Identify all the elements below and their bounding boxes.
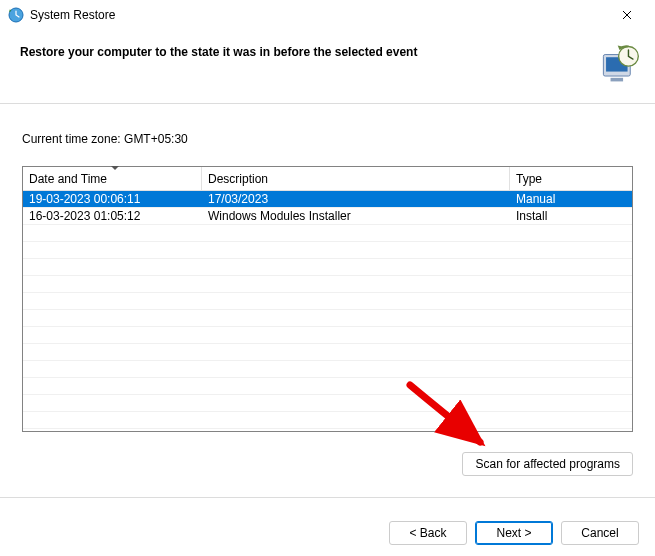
close-icon bbox=[622, 10, 632, 20]
table-row-empty bbox=[23, 276, 632, 293]
table-row[interactable]: 19-03-2023 00:06:1117/03/2023Manual bbox=[23, 191, 632, 208]
table-row-empty bbox=[23, 242, 632, 259]
cell-description: Windows Modules Installer bbox=[202, 208, 510, 224]
restore-points-table: Date and Time Description Type 19-03-202… bbox=[22, 166, 633, 432]
back-button[interactable]: < Back bbox=[389, 521, 467, 545]
cell-date: 16-03-2023 01:05:12 bbox=[23, 208, 202, 224]
heading-row: Restore your computer to the state it wa… bbox=[0, 30, 655, 103]
table-row[interactable]: 16-03-2023 01:05:12Windows Modules Insta… bbox=[23, 208, 632, 225]
scan-affected-programs-button[interactable]: Scan for affected programs bbox=[462, 452, 633, 476]
table-row-empty bbox=[23, 225, 632, 242]
table-row-empty bbox=[23, 412, 632, 429]
table-row-empty bbox=[23, 395, 632, 412]
table-body: 19-03-2023 00:06:1117/03/2023Manual16-03… bbox=[23, 191, 632, 429]
table-row-empty bbox=[23, 310, 632, 327]
cell-description: 17/03/2023 bbox=[202, 191, 510, 207]
cell-type: Install bbox=[510, 208, 632, 224]
restore-clock-icon bbox=[598, 42, 641, 85]
heading-text: Restore your computer to the state it wa… bbox=[20, 42, 588, 59]
table-row-empty bbox=[23, 378, 632, 395]
column-date[interactable]: Date and Time bbox=[23, 167, 202, 190]
table-row-empty bbox=[23, 344, 632, 361]
svg-rect-3 bbox=[611, 78, 624, 82]
close-button[interactable] bbox=[607, 1, 647, 29]
next-button[interactable]: Next > bbox=[475, 521, 553, 545]
table-row-empty bbox=[23, 361, 632, 378]
table-row-empty bbox=[23, 293, 632, 310]
column-date-label: Date and Time bbox=[29, 172, 107, 186]
cell-date: 19-03-2023 00:06:11 bbox=[23, 191, 202, 207]
scan-row: Scan for affected programs bbox=[0, 440, 655, 476]
timezone-label: Current time zone: GMT+05:30 bbox=[22, 132, 633, 146]
table-header: Date and Time Description Type bbox=[23, 167, 632, 191]
title-bar: System Restore bbox=[0, 0, 655, 30]
column-description-label: Description bbox=[208, 172, 268, 186]
window-title: System Restore bbox=[30, 8, 607, 22]
content-area: Current time zone: GMT+05:30 Date and Ti… bbox=[0, 104, 655, 440]
table-row-empty bbox=[23, 327, 632, 344]
sort-desc-icon bbox=[111, 166, 119, 170]
cancel-button[interactable]: Cancel bbox=[561, 521, 639, 545]
column-type-label: Type bbox=[516, 172, 542, 186]
wizard-footer: < Back Next > Cancel bbox=[389, 521, 639, 545]
system-restore-icon bbox=[8, 7, 24, 23]
table-row-empty bbox=[23, 259, 632, 276]
column-description[interactable]: Description bbox=[202, 167, 510, 190]
cell-type: Manual bbox=[510, 191, 632, 207]
column-type[interactable]: Type bbox=[510, 167, 632, 190]
footer-divider bbox=[0, 497, 655, 498]
